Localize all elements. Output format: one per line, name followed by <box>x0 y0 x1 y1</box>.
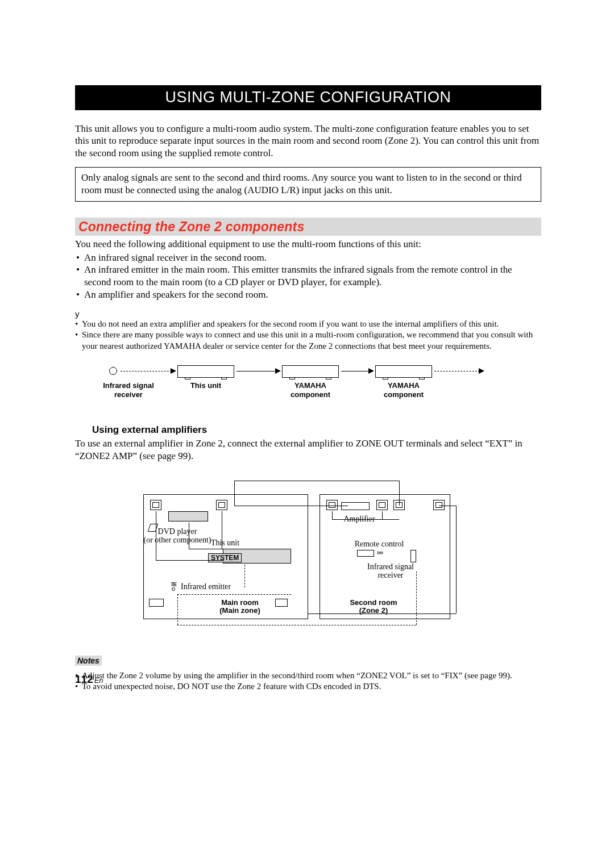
info-callout: Only analog signals are sent to the seco… <box>75 167 541 202</box>
wire <box>234 506 348 506</box>
dashed-arrow <box>434 371 480 372</box>
speaker-icon <box>326 500 338 510</box>
notes-list: Adjust the Zone 2 volume by using the am… <box>75 670 541 692</box>
page-title: USING MULTI-ZONE CONFIGURATION <box>75 85 541 110</box>
component-box <box>282 365 339 378</box>
list-item: You do not need an extra amplifier and s… <box>75 319 541 330</box>
wire <box>156 560 224 561</box>
section-heading-bar: Connecting the Zone 2 components <box>75 218 541 236</box>
list-item: An infrared emitter in the main room. Th… <box>75 264 541 289</box>
solid-arrow <box>341 371 370 372</box>
this-unit-label: This unit <box>208 539 242 547</box>
small-device-icon <box>275 599 288 607</box>
dashed-wire <box>177 625 416 625</box>
ir-receiver-icon <box>410 550 416 562</box>
list-item: An infrared signal receiver in the secon… <box>75 252 541 264</box>
equipment-list: An infrared signal receiver in the secon… <box>75 252 541 301</box>
dvd-player-icon <box>168 511 208 521</box>
second-room-label: Second room (Zone 2) <box>337 599 410 615</box>
page-lang: En <box>94 676 103 685</box>
arrow-head-icon <box>368 368 374 374</box>
wire <box>382 511 383 519</box>
signal-flow-diagram: Infrared signal receiver This unit YAMAH… <box>98 364 518 408</box>
dashed-wire <box>177 594 291 595</box>
speaker-icon <box>433 500 445 510</box>
page-number: 112En <box>75 673 103 686</box>
ir-wave-icon: ›››› <box>376 548 383 557</box>
small-device-icon <box>149 599 164 607</box>
ir-emitter-label: Infrared emitter <box>181 582 243 591</box>
amplifier-icon <box>341 502 370 510</box>
page-number-value: 112 <box>75 673 93 685</box>
notes-heading: Notes <box>75 656 102 666</box>
system-tag: SYSTEM <box>208 553 242 562</box>
component-a-label: YAMAHA component <box>282 381 339 399</box>
ir-emitter-dot-icon <box>172 587 175 591</box>
remote-control-icon <box>357 550 374 557</box>
ir-receiver-label: Infrared signal receiver <box>94 381 163 399</box>
speaker-icon <box>393 500 405 510</box>
dashed-wire <box>177 594 178 625</box>
solid-arrow <box>237 371 276 372</box>
page-content: USING MULTI-ZONE CONFIGURATION This unit… <box>75 85 541 692</box>
arrow-head-icon <box>479 368 484 374</box>
remote-control-label: Remote control <box>348 540 410 548</box>
wire <box>189 523 189 549</box>
wire <box>456 506 457 614</box>
this-unit-label: This unit <box>177 381 234 390</box>
list-item: Since there are many possible ways to co… <box>75 329 541 352</box>
intro-paragraph: This unit allows you to configure a mult… <box>75 123 541 159</box>
wire <box>222 511 222 549</box>
list-item: An amplifier and speakers for the second… <box>75 289 541 301</box>
ir-receiver-label: Infrared signal receiver <box>359 562 422 580</box>
subheading: Using external amplifiers <box>92 424 541 436</box>
wire <box>189 549 223 549</box>
wire <box>332 519 399 520</box>
wire <box>332 511 333 519</box>
dashed-wire <box>244 565 245 587</box>
component-box <box>375 365 432 378</box>
list-item: To avoid unexpected noise, DO NOT use th… <box>75 681 541 692</box>
room-diagram: DVD player (or other component) This uni… <box>143 494 484 636</box>
tip-list: You do not need an extra amplifier and s… <box>75 319 541 352</box>
arrow-head-icon <box>171 368 176 374</box>
subheading-paragraph: To use an external amplifier in Zone 2, … <box>75 437 541 462</box>
speaker-icon <box>376 500 388 510</box>
equipment-intro: You need the following additional equipm… <box>75 238 541 250</box>
speaker-icon <box>216 500 227 510</box>
component-b-label: YAMAHA component <box>375 381 432 399</box>
wire <box>234 481 399 481</box>
ir-receiver-icon <box>109 367 117 375</box>
dashed-arrow <box>121 371 172 372</box>
main-room-label: Main room (Main zone) <box>206 599 274 615</box>
arrow-head-icon <box>275 368 281 374</box>
tip-marker: y <box>75 309 541 319</box>
speaker-icon <box>150 500 161 510</box>
unit-box <box>177 365 234 378</box>
list-item: Adjust the Zone 2 volume by using the am… <box>75 670 541 682</box>
section-heading: Connecting the Zone 2 components <box>78 219 304 235</box>
wire <box>156 511 156 560</box>
